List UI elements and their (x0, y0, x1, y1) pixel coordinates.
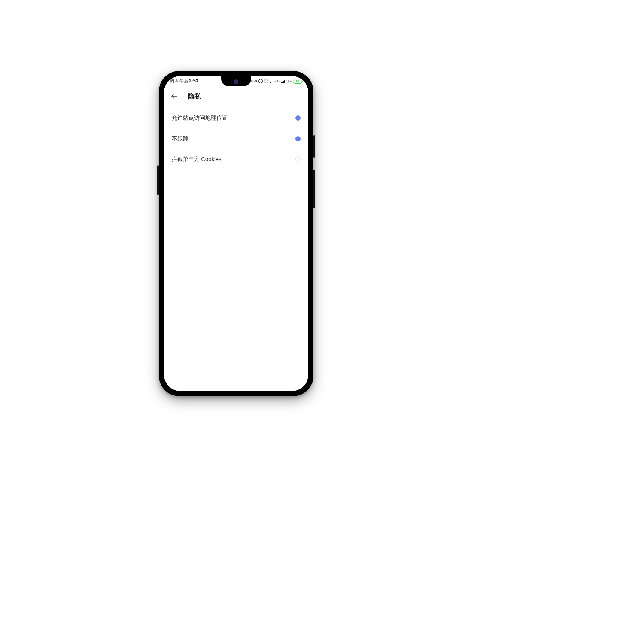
setting-label: 允许站点访问地理位置 (172, 114, 228, 122)
phone-frame: 周四 午后 2:53 4.3K/s 4G 3G 86 (159, 71, 313, 396)
status-time: 2:53 (189, 78, 198, 83)
setting-label: 拦截第三方 Cookies (172, 155, 222, 163)
status-day: 周四 (170, 78, 179, 84)
arrow-left-icon (170, 92, 178, 100)
header: 隐私 (164, 86, 308, 106)
setting-allow-location[interactable]: 允许站点访问地理位置 (164, 108, 308, 128)
toggle-allow-location[interactable] (295, 115, 301, 121)
setting-do-not-track[interactable]: 不跟踪 (164, 128, 308, 149)
compass-icon (258, 79, 263, 83)
page-title: 隐私 (188, 92, 201, 100)
status-left: 周四 午后 2:53 (170, 78, 198, 84)
notch (221, 76, 251, 86)
toggle-do-not-track[interactable] (295, 136, 301, 141)
toggle-block-cookies[interactable] (295, 157, 301, 162)
setting-label: 不跟踪 (172, 135, 188, 143)
signal-bars-icon (270, 79, 273, 83)
camera-dot (234, 79, 239, 84)
power-button (313, 135, 315, 158)
back-button[interactable] (170, 92, 179, 100)
settings-list: 允许站点访问地理位置 不跟踪 拦截第三方 Cookies (164, 106, 308, 171)
status-period: 午后 (179, 78, 188, 84)
signal-bars-icon (281, 79, 285, 83)
battery-icon: 86 (293, 79, 302, 84)
setting-block-cookies[interactable]: 拦截第三方 Cookies (164, 149, 308, 170)
screen: 周四 午后 2:53 4.3K/s 4G 3G 86 (164, 76, 308, 391)
battery-level: 86 (296, 80, 299, 83)
signal1-label: 4G (275, 79, 280, 83)
alarm-icon (264, 79, 268, 83)
left-side-button (157, 165, 159, 195)
volume-button (313, 170, 315, 208)
status-right: 4.3K/s 4G 3G 86 (246, 79, 302, 84)
signal2-label: 3G (286, 79, 292, 83)
